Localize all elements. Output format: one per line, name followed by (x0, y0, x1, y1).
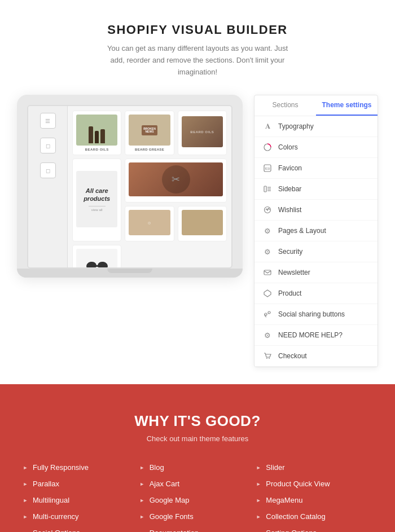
builder-area: ☰ ◻ ◻ (11, 95, 384, 367)
panel-item-sidebar[interactable]: Sidebar (254, 179, 378, 200)
favicon-icon: ico (262, 163, 273, 173)
feature-label: Fully Responsive (33, 463, 89, 472)
arrow-icon-2: ► (23, 481, 28, 487)
feature-label: Ajax Cart (150, 480, 179, 488)
sidebar-icon-2: ◻ (40, 138, 56, 153)
laptop-screen: ☰ ◻ ◻ (27, 105, 232, 269)
panel-item-colors[interactable]: Colors (254, 137, 378, 158)
panel-label-need-help: NEED MORE HELP? (278, 331, 343, 339)
feature-label: Social Options (33, 529, 80, 532)
svg-rect-11 (264, 270, 271, 275)
panel-label-sidebar: Sidebar (278, 185, 301, 193)
theme-panel: Sections Theme settings 𝐀 Typography Col… (254, 95, 378, 367)
panel-item-product[interactable]: Product (254, 283, 378, 304)
arrow-icon-1: ► (23, 465, 28, 471)
panel-item-favicon[interactable]: ico Favicon (254, 158, 378, 179)
product-card-news: ◎ (125, 206, 174, 241)
colors-icon (262, 142, 273, 152)
product-icon (262, 288, 273, 298)
panel-label-pages-layout: Pages & Layout (278, 227, 326, 235)
feature-label: Collection Catalog (266, 512, 326, 521)
feature-label: Product Quick View (266, 480, 330, 488)
feature-label: Multi-currency (33, 512, 79, 521)
laptop-content: BEARD OILS BROKENNEWS BEARD GREASE (68, 106, 231, 269)
arrow-icon-18: ► (256, 514, 261, 520)
panel-item-social-sharing[interactable]: Social sharing buttons (254, 304, 378, 325)
svg-rect-6 (264, 186, 266, 192)
svg-rect-2 (95, 265, 99, 267)
feature-ajax-cart: ► Ajax Cart (139, 480, 256, 488)
why-subtitle: Check out main theme features (23, 434, 372, 443)
panel-label-checkout: Checkout (278, 352, 307, 360)
security-icon: ⚙ (262, 247, 273, 257)
sidebar-icon (262, 184, 273, 194)
panel-item-checkout[interactable]: Checkout (254, 346, 378, 367)
newsletter-icon (262, 267, 273, 278)
feature-label: Parallax (33, 480, 59, 488)
feature-sorting-options: ► Sorting Options (256, 529, 372, 532)
laptop-base (17, 269, 243, 278)
laptop-mockup: ☰ ◻ ◻ (17, 95, 243, 278)
wishlist-icon (262, 205, 273, 215)
feature-label: Documentation (150, 529, 199, 532)
svg-point-0 (86, 261, 97, 269)
panel-label-social-sharing: Social sharing buttons (278, 310, 345, 318)
panel-item-typography[interactable]: 𝐀 Typography (254, 116, 378, 137)
panel-label-favicon: Favicon (278, 164, 302, 172)
feature-documentation: ► Documentation (139, 529, 256, 532)
panel-item-need-help[interactable]: ⚙ NEED MORE HELP? (254, 325, 378, 346)
feature-label: Sorting Options (266, 529, 317, 532)
arrow-icon-10: ► (139, 498, 145, 503)
product-card-combs: BEARD COMBS (72, 245, 121, 269)
panel-item-security[interactable]: ⚙ Security (254, 241, 378, 262)
arrow-icon-15: ► (256, 465, 261, 471)
svg-point-1 (97, 261, 108, 269)
panel-item-newsletter[interactable]: Newsletter (254, 262, 378, 283)
arrow-icon-3: ► (23, 498, 28, 503)
top-section: SHOPIFY VISUAL BUILDER You can get as ma… (0, 0, 395, 384)
tab-theme-settings[interactable]: Theme settings (316, 95, 378, 116)
feature-slider: ► Slider (256, 463, 372, 472)
arrow-icon-16: ► (256, 481, 261, 487)
feature-google-fonts: ► Google Fonts (139, 512, 256, 521)
arrow-icon-8: ► (139, 465, 145, 471)
sidebar-icon-1: ☰ (40, 113, 56, 129)
product-card-grease: BROKENNEWS BEARD GREASE (125, 111, 174, 155)
features-grid: ► Fully Responsive ► Parallax ► Multilin… (23, 463, 372, 532)
svg-marker-12 (264, 290, 271, 297)
feature-label: Google Map (150, 496, 190, 504)
feature-blog: ► Blog (139, 463, 256, 472)
laptop-notch (107, 269, 152, 273)
panel-label-wishlist: Wishlist (278, 206, 301, 214)
svg-point-13 (268, 311, 270, 314)
pages-layout-icon: ⚙ (262, 226, 273, 236)
panel-item-pages-layout[interactable]: ⚙ Pages & Layout (254, 221, 378, 241)
svg-point-15 (266, 358, 267, 359)
feature-label: MegaMenu (266, 496, 302, 504)
svg-text:ico: ico (265, 166, 270, 170)
panel-label-typography: Typography (278, 122, 314, 130)
arrow-icon-4: ► (23, 514, 28, 520)
page-subtitle: You can get as many different layouts as… (102, 43, 293, 78)
product-card-allcare: All careproducts view all (72, 159, 121, 241)
feature-product-quick-view: ► Product Quick View (256, 480, 372, 488)
bottom-section: WHY IT'S GOOD? Check out main theme feat… (0, 384, 395, 532)
panel-label-security: Security (278, 248, 302, 256)
need-help-icon: ⚙ (262, 330, 273, 340)
why-title: WHY IT'S GOOD? (23, 412, 372, 430)
panel-item-wishlist[interactable]: Wishlist (254, 200, 378, 221)
tab-sections[interactable]: Sections (254, 95, 316, 116)
feature-col-3: ► Slider ► Product Quick View ► MegaMenu… (256, 463, 372, 532)
feature-col-2: ► Blog ► Ajax Cart ► Google Map ► Google… (139, 463, 256, 532)
product-card-oils: BEARD OILS (72, 111, 121, 155)
feature-col-1: ► Fully Responsive ► Parallax ► Multilin… (23, 463, 139, 532)
product-card-photo1: BEARD OILS (178, 111, 227, 155)
panel-label-product: Product (278, 289, 301, 297)
panel-label-colors: Colors (278, 143, 298, 151)
panel-tabs: Sections Theme settings (254, 95, 378, 116)
feature-parallax: ► Parallax (23, 480, 139, 488)
feature-label: Blog (150, 463, 164, 472)
feature-multilingual: ► Multilingual (23, 496, 139, 504)
feature-collection-catalog: ► Collection Catalog (256, 512, 372, 521)
product-card-barber: ✂ (125, 159, 227, 203)
